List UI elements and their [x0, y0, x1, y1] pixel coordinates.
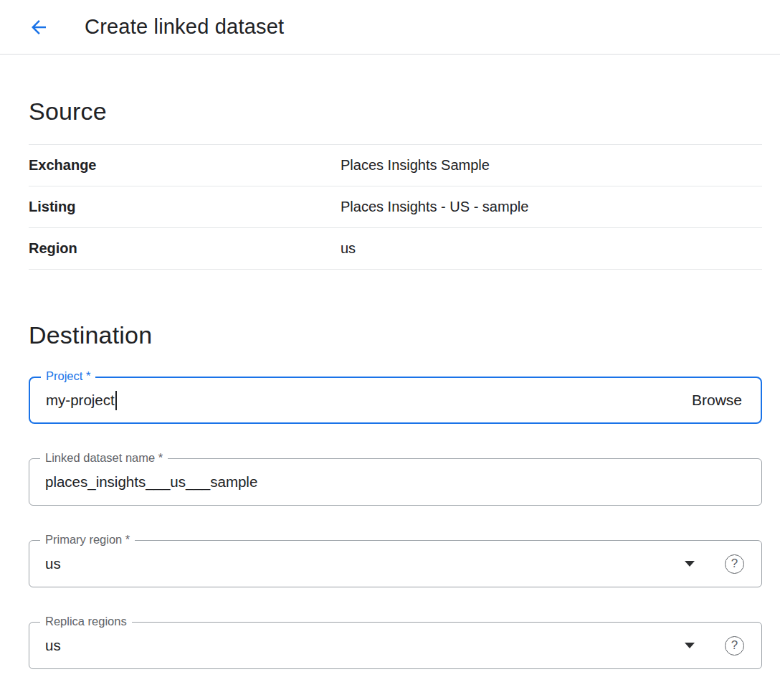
primary-region-label: Primary region * [40, 533, 135, 547]
browse-button[interactable]: Browse [689, 392, 745, 409]
table-row-exchange: Exchange Places Insights Sample [29, 145, 762, 186]
linked-dataset-name-field[interactable]: Linked dataset name * places_insights___… [29, 458, 762, 506]
source-info-table: Exchange Places Insights Sample Listing … [29, 144, 762, 270]
help-icon[interactable]: ? [725, 554, 744, 574]
page-header: Create linked dataset [0, 0, 780, 55]
exchange-label: Exchange [29, 157, 341, 174]
chevron-down-icon[interactable] [685, 643, 695, 648]
replica-regions-label: Replica regions [40, 615, 132, 628]
replica-regions-select[interactable]: Replica regions us ? [29, 622, 762, 669]
replica-regions-value: us [45, 637, 61, 654]
region-label: Region [29, 240, 341, 257]
linked-dataset-name-value: places_insights___us___sample [45, 473, 257, 491]
help-icon[interactable]: ? [725, 636, 744, 656]
table-row-region: Region us [29, 228, 762, 270]
text-cursor [115, 391, 117, 410]
destination-heading: Destination [29, 321, 762, 349]
listing-label: Listing [29, 199, 341, 215]
linked-dataset-name-label: Linked dataset name * [40, 451, 168, 465]
main-content: Source Exchange Places Insights Sample L… [0, 98, 780, 669]
region-value: us [341, 240, 356, 257]
project-field-value: my-project [46, 392, 115, 409]
primary-region-select[interactable]: Primary region * us ? [29, 540, 762, 587]
project-field-label: Project * [41, 369, 95, 383]
project-field[interactable]: Project * my-project Browse [29, 377, 762, 424]
source-heading: Source [29, 98, 762, 126]
chevron-down-icon[interactable] [685, 561, 695, 567]
primary-region-value: us [45, 555, 61, 572]
table-row-listing: Listing Places Insights - US - sample [29, 186, 762, 228]
page-title: Create linked dataset [85, 15, 284, 39]
back-arrow-icon [28, 16, 49, 38]
listing-value: Places Insights - US - sample [341, 199, 528, 215]
exchange-value: Places Insights Sample [341, 157, 490, 174]
back-button[interactable] [22, 10, 56, 44]
